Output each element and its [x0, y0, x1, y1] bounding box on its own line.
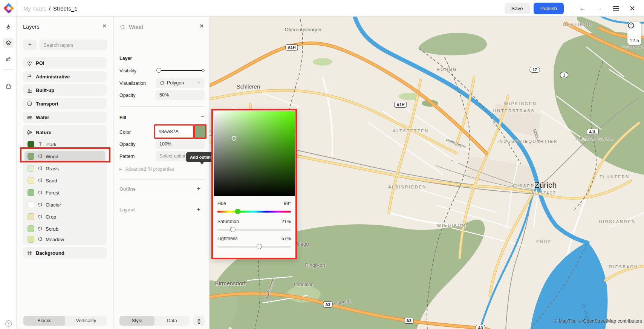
add-layer-button[interactable]: + [23, 40, 37, 50]
layer-item-label: Forest [46, 190, 60, 196]
polygon-type-icon [37, 214, 43, 219]
hue-slider-thumb[interactable] [235, 209, 240, 214]
layer-item-label: Scrub [46, 226, 58, 232]
breadcrumb: My maps / Streets_1 [23, 0, 77, 17]
layer-category-label: Administrative [36, 74, 70, 80]
lightness-label: Lightness [217, 236, 238, 241]
visibility-slider-thumb[interactable] [156, 68, 161, 73]
meadow-color-swatch [28, 236, 34, 243]
layer-category-label: Built-up [36, 87, 54, 93]
waves-icon [27, 115, 32, 120]
quick-actions-button[interactable] [3, 22, 14, 32]
grid-icon [27, 250, 32, 256]
search-layers-input[interactable] [39, 40, 107, 50]
layers-panel-close-button[interactable]: ✕ [100, 22, 109, 30]
add-outline-button[interactable]: + [195, 185, 202, 193]
close-editor-button[interactable]: ✕ [626, 2, 639, 15]
lightness-slider[interactable] [217, 246, 291, 248]
layers-icon [5, 40, 12, 46]
saturation-slider-thumb[interactable] [230, 227, 236, 232]
breadcrumb-parent[interactable]: My maps [23, 5, 46, 12]
polygon-icon [119, 24, 125, 30]
visualization-label: Visualization [119, 81, 146, 86]
lightness-slider-thumb[interactable] [257, 244, 262, 249]
layer-item-label: Sand [46, 178, 57, 184]
menu-button[interactable] [609, 2, 622, 15]
grass-color-swatch [28, 165, 34, 172]
layer-opacity-field[interactable]: 50% [156, 90, 205, 100]
layer-category-water[interactable]: Water [23, 112, 107, 123]
publish-button[interactable]: Publish [534, 3, 564, 14]
layers-tool-button[interactable] [3, 38, 14, 48]
layer-item-crop[interactable]: Crop [24, 211, 105, 222]
wood-panel-title: Wood [129, 24, 143, 30]
left-icon-rail: ? [0, 17, 17, 329]
map-zoom-card: 12.5 [627, 22, 641, 45]
hue-value: 99° [284, 201, 291, 206]
layer-category-administrative[interactable]: Administrative [23, 71, 107, 82]
settings-sliders-button[interactable] [3, 54, 14, 64]
topbar-divider [17, 0, 17, 17]
pin-icon [27, 60, 32, 66]
plugins-button[interactable] [3, 81, 14, 91]
layer-item-label: Grass [46, 166, 59, 171]
map-attribution[interactable]: © MapTiler © OpenStreetMap contributors [554, 318, 642, 324]
layer-item-scrub[interactable]: Scrub [24, 223, 105, 234]
polygon-type-icon [37, 166, 43, 171]
layer-category-background[interactable]: Background [23, 247, 107, 259]
layer-category-transport[interactable]: Transport [23, 98, 107, 109]
visualization-dropdown[interactable]: Polygon [156, 78, 205, 88]
hue-slider[interactable] [217, 211, 291, 213]
layer-category-built-up[interactable]: Built-up [23, 84, 107, 96]
visualization-value: Polygon [167, 80, 184, 86]
blocks-tab[interactable]: Blocks [23, 316, 65, 326]
layer-category-poi[interactable]: POI [23, 57, 107, 69]
save-button[interactable]: Save [505, 3, 530, 14]
sliders-icon [5, 56, 11, 62]
wood-panel-close-button[interactable]: ✕ [197, 22, 206, 30]
triangle-right-icon: ▶ [119, 167, 122, 171]
fill-color-input[interactable] [155, 129, 190, 134]
layer-item-sand[interactable]: Sand [24, 175, 105, 186]
pattern-label: Pattern [119, 154, 135, 159]
layer-item-glacier[interactable]: Glacier [24, 199, 105, 210]
code-json-button[interactable]: {} [193, 316, 205, 326]
fill-color-swatch-annotated[interactable] [194, 124, 207, 139]
advanced-fill-properties-toggle[interactable]: ▶ Advanced fill properties [119, 167, 174, 172]
sand-color-swatch [28, 177, 34, 184]
layer-item-park[interactable]: T Park [24, 139, 105, 150]
fill-color-input-annotated[interactable] [154, 124, 194, 139]
color-cursor[interactable] [231, 136, 236, 141]
color-picker-popup: Hue 99° Saturation 21% Lightness 57% [211, 109, 297, 259]
style-tab[interactable]: Style [119, 316, 154, 326]
wood-style-panel: Wood ✕ Layer Visibility Visualization Po… [114, 17, 210, 329]
hue-label: Hue [217, 201, 226, 206]
add-layout-button[interactable]: + [195, 206, 202, 213]
breadcrumb-separator: / [49, 5, 50, 12]
history-clock-button[interactable] [627, 22, 641, 35]
layers-panel: Layers ✕ + POI Administrative Built-up [17, 17, 114, 329]
fill-color-swatch[interactable] [195, 125, 205, 138]
layer-category-label: Nature [36, 130, 51, 135]
help-button[interactable]: ? [3, 318, 14, 329]
redo-forward-button[interactable]: → [593, 2, 606, 15]
layer-item-wood[interactable]: Wood [24, 151, 105, 162]
maptiler-logo-icon[interactable] [4, 3, 14, 13]
layer-item-label: Meadow [46, 237, 64, 242]
fill-opacity-field[interactable]: 100% [156, 139, 205, 149]
polygon-type-icon [37, 226, 43, 231]
layer-category-nature[interactable]: Nature [23, 125, 107, 136]
layer-item-meadow[interactable]: Meadow [24, 234, 105, 245]
layer-item-grass[interactable]: Grass [24, 163, 105, 174]
visibility-slider[interactable] [156, 65, 205, 76]
saturation-slider[interactable] [217, 229, 291, 231]
blocks-verticality-toggle: Blocks Verticality [23, 316, 107, 326]
layer-item-forest[interactable]: Forest [24, 187, 105, 198]
undo-back-button[interactable]: ← [576, 2, 589, 15]
saturation-lightness-square[interactable] [214, 111, 295, 196]
verticality-tab[interactable]: Verticality [65, 316, 107, 326]
layer-category-label: Water [36, 115, 49, 120]
flag-icon [27, 74, 32, 80]
data-tab[interactable]: Data [154, 316, 190, 326]
breadcrumb-current: Streets_1 [53, 5, 77, 12]
